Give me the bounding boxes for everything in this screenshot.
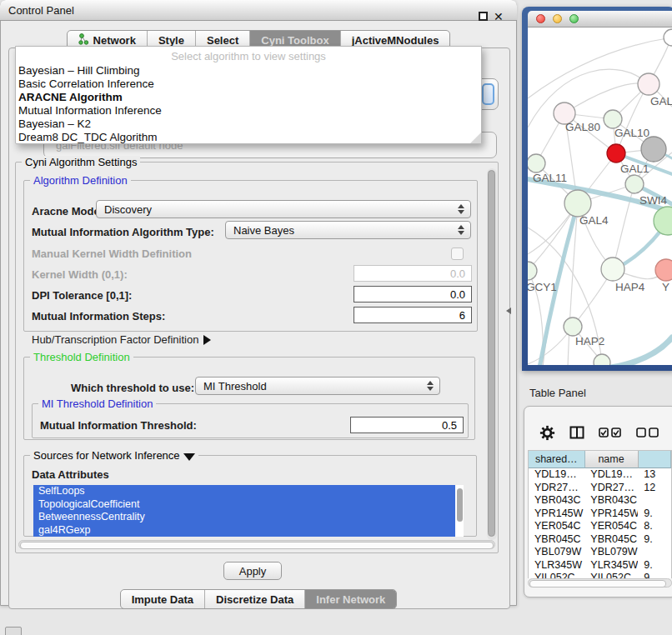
table-row[interactable]: YBR045CYBR045C9.	[529, 533, 671, 547]
algorithm-option-mutual-information-inference[interactable]: Mutual Information Inference	[16, 104, 481, 118]
sources-title-text: Sources for Network Inference	[33, 449, 180, 462]
column-header-clipped[interactable]	[639, 451, 671, 468]
minimized-panel-icon[interactable]	[5, 627, 22, 635]
close-light[interactable]	[536, 14, 545, 23]
algorithm-option-aracne-algorithm[interactable]: ARACNE Algorithm	[16, 91, 481, 104]
network-node-gal7[interactable]	[638, 73, 659, 95]
table-cell: YDL19…	[584, 468, 638, 482]
column-header-name[interactable]: name	[585, 451, 639, 468]
expand-right-icon	[203, 335, 211, 345]
threshold-definition-title: Threshold Definition	[30, 351, 133, 363]
settings-gear-icon[interactable]	[539, 425, 555, 441]
network-node-hap4[interactable]	[601, 258, 624, 281]
minimize-light[interactable]	[553, 14, 562, 23]
attribute-item-gal4rgexp[interactable]: gal4RGexp	[33, 524, 455, 538]
node-label-gal1: GAL1	[620, 162, 649, 175]
tab-style-label: Style	[158, 34, 184, 47]
dpi-tolerance-label: DPI Tolerance [0,1]:	[32, 289, 132, 302]
network-node-hap2[interactable]	[564, 318, 582, 336]
apply-button[interactable]: Apply	[223, 562, 282, 580]
table-cell: 9.	[638, 508, 671, 521]
zoom-light[interactable]	[569, 14, 579, 23]
network-canvas[interactable]: GAL7GAL80GAL10GAL1GAL11SWI4GAL4GCY1HAP4Y…	[528, 28, 672, 365]
kernel-width-field[interactable]: 0.0	[354, 265, 472, 282]
network-window-titlebar[interactable]	[528, 11, 672, 28]
table-cell: YDR27…	[584, 482, 638, 495]
bottom-tab-discretize-data[interactable]: Discretize Data	[205, 590, 305, 608]
bottom-tab-infer-network[interactable]: Infer Network	[305, 590, 396, 608]
scrollbar-thumb[interactable]	[529, 580, 666, 588]
mi-type-select[interactable]: Naive Bayes	[225, 221, 471, 239]
table-row[interactable]: YBL079WYBL079W	[529, 546, 671, 559]
panel-splitter-icon[interactable]	[506, 308, 511, 314]
network-node-gcy1[interactable]	[528, 262, 537, 280]
attribute-item-betweennesscentrality[interactable]: BetweennessCentrality	[33, 511, 455, 524]
algorithm-option-bayesian-hill-climbing[interactable]: Bayesian – Hill Climbing	[16, 64, 481, 78]
network-node-gal10[interactable]	[604, 110, 622, 128]
table-row[interactable]: YPR145WYPR145W9.	[529, 508, 671, 521]
network-node[interactable]	[594, 354, 610, 365]
table-cell: YPR145W	[529, 508, 584, 521]
scrollbar-thumb[interactable]	[488, 170, 495, 537]
float-window-icon[interactable]	[479, 12, 488, 21]
column-header-shared[interactable]: shared…	[529, 451, 585, 468]
tab-network-label: Network	[93, 34, 136, 47]
table-body: YDL19…YDL19…13YDR27…YDR27…12YBR043CYBR04…	[529, 468, 671, 578]
unselect-all-columns-icon[interactable]	[636, 428, 659, 438]
node-table[interactable]: shared…name YDL19…YDL19…13YDR27…YDR27…12…	[528, 450, 672, 578]
aracne-mode-select[interactable]: Discovery	[96, 200, 471, 218]
data-attributes-list[interactable]: SelfLoopsTopologicalCoefficientBetweenne…	[33, 485, 464, 537]
table-horizontal-scrollbar[interactable]	[528, 578, 672, 588]
attribute-item-selfloops[interactable]: SelfLoops	[33, 485, 455, 498]
focused-spinner-fragment	[482, 83, 494, 105]
table-cell: YBL079W	[584, 546, 638, 559]
table-row[interactable]: YIL052CYIL052C9	[529, 572, 671, 578]
table-row[interactable]: YER054CYER054C8.	[529, 520, 671, 533]
network-node[interactable]	[641, 137, 666, 162]
network-node[interactable]	[664, 29, 672, 46]
which-threshold-select[interactable]: MI Threshold	[195, 377, 440, 395]
mi-steps-field[interactable]: 6	[354, 307, 472, 323]
bottom-tab-impute-data[interactable]: Impute Data	[121, 590, 205, 608]
network-node-y[interactable]	[655, 259, 672, 281]
network-node-swi4[interactable]	[625, 175, 644, 193]
sources-group-title[interactable]: Sources for Network Inference	[30, 449, 198, 462]
network-node-gal4[interactable]	[564, 190, 591, 217]
table-row[interactable]: YLR345WYLR345W9.	[529, 559, 671, 572]
list-scrollbar-thumb[interactable]	[457, 488, 463, 522]
control-panel-titlebar[interactable]: Control Panel	[0, 0, 517, 21]
manual-kernel-checkbox[interactable]	[451, 248, 464, 260]
table-row[interactable]: YDL19…YDL19…13	[529, 468, 671, 482]
algorithm-option-bayesian-k2[interactable]: Bayesian – K2	[16, 118, 481, 131]
scrollbar-thumb[interactable]	[20, 542, 494, 549]
attribute-item-topologicalcoefficient[interactable]: TopologicalCoefficient	[33, 498, 455, 512]
algorithm-option-dream8-dc-tdc-algorithm[interactable]: Dream8 DC_TDC Algorithm	[16, 131, 481, 144]
close-icon[interactable]: ✕	[494, 8, 504, 25]
network-node-gal1[interactable]	[607, 144, 625, 162]
node-label-swi4: SWI4	[639, 194, 667, 207]
table-cell	[638, 494, 671, 508]
tab-select-label: Select	[207, 34, 238, 47]
network-edge	[564, 83, 649, 113]
table-cell: YLR345W	[529, 559, 584, 572]
table-cell: 8.	[638, 520, 671, 533]
dpi-tolerance-field[interactable]: 0.0	[354, 286, 472, 302]
table-cell: 13	[638, 468, 671, 482]
settings-vertical-scrollbar[interactable]	[487, 168, 497, 540]
network-node-gal11[interactable]	[528, 154, 545, 172]
network-node[interactable]	[654, 207, 672, 235]
settings-horizontal-scrollbar[interactable]	[18, 540, 495, 549]
table-cell: 9	[638, 572, 671, 578]
bottom-tab-impute-data-label: Impute Data	[132, 593, 193, 606]
table-row[interactable]: YDR27…YDR27…12	[529, 482, 671, 495]
node-label-gal4: GAL4	[579, 214, 609, 227]
algorithm-popup-placeholder: Select algorithm to view settings	[16, 47, 481, 64]
algorithm-option-basic-correlation-inference[interactable]: Basic Correlation Inference	[16, 78, 481, 91]
select-all-columns-icon[interactable]	[599, 428, 622, 438]
mi-threshold-field[interactable]: 0.5	[350, 417, 464, 433]
split-table-icon[interactable]	[569, 426, 584, 439]
control-panel-title: Control Panel	[8, 4, 74, 17]
bottom-tabs: Impute DataDiscretize DataInfer Network	[120, 589, 398, 609]
table-row[interactable]: YBR043CYBR043C	[529, 494, 671, 508]
hub-definition-toggle[interactable]: Hub/Transcription Factor Definition	[32, 333, 211, 346]
